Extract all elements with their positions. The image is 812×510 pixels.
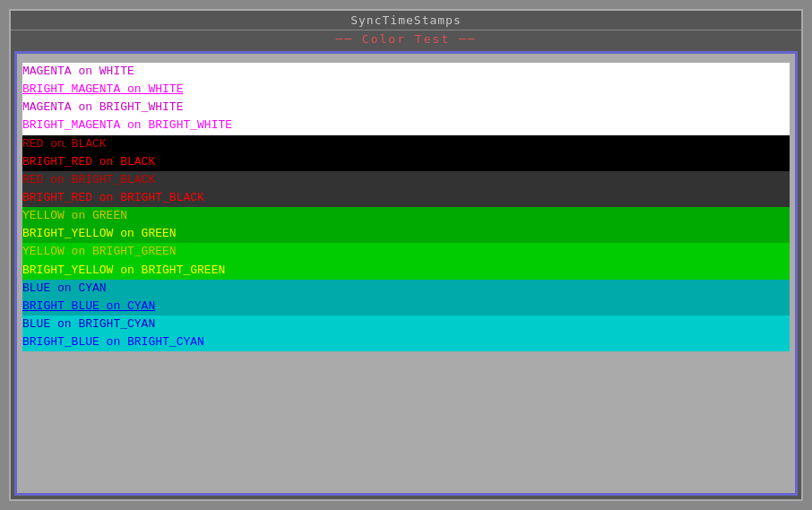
subtitle: ── Color Test ──: [11, 30, 801, 48]
color-line-bbl-on-bc: BRIGHT_BLUE on BRIGHT_CYAN: [22, 333, 790, 351]
main-window: SyncTimeStamps ── Color Test ── MAGENTA …: [9, 9, 803, 501]
color-line-r-on-bb: RED on BRIGHT_BLACK: [22, 171, 790, 189]
color-line-bl-on-bc: BLUE on BRIGHT_CYAN: [22, 316, 790, 333]
color-line-m-on-bw: MAGENTA on BRIGHT_WHITE: [22, 99, 790, 117]
title-bar: SyncTimeStamps: [11, 11, 801, 30]
color-line-bm-on-bw: BRIGHT_MAGENTA on BRIGHT_WHITE: [22, 117, 790, 134]
color-line-bl-on-c: BLUE on CYAN: [22, 280, 790, 298]
color-line-m-on-w: MAGENTA on WHITE: [22, 63, 790, 81]
color-line-r-on-b: RED on BLACK: [22, 135, 790, 153]
color-line-y-on-g: YELLOW on GREEN: [22, 207, 790, 225]
color-line-br-on-b: BRIGHT_RED on BLACK: [22, 153, 790, 171]
content-area: MAGENTA on WHITE BRIGHT_MAGENTA on WHITE…: [14, 51, 798, 496]
window-title: SyncTimeStamps: [350, 13, 462, 27]
color-line-bm-on-w: BRIGHT_MAGENTA on WHITE: [22, 81, 790, 99]
color-line-by-on-bg: BRIGHT_YELLOW on BRIGHT_GREEN: [22, 262, 790, 280]
color-line-bbl-on-c: BRIGHT_BLUE on CYAN: [22, 298, 790, 316]
color-line-br-on-bb: BRIGHT_RED on BRIGHT_BLACK: [22, 189, 790, 207]
color-line-by-on-g: BRIGHT_YELLOW on GREEN: [22, 225, 790, 243]
color-line-y-on-bg: YELLOW on BRIGHT_GREEN: [22, 243, 790, 261]
